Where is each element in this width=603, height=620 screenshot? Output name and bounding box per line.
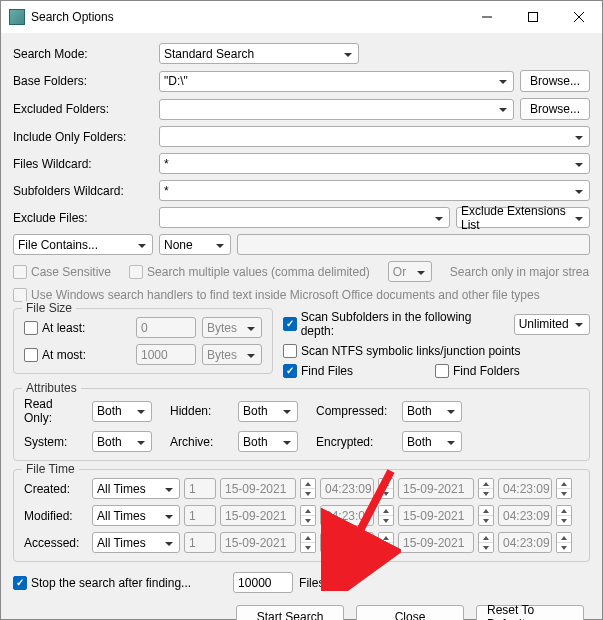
modified-count[interactable]: 1 [184,505,216,526]
excluded-folders-select[interactable] [159,99,514,120]
scan-depth-select[interactable]: Unlimited [514,314,590,335]
maximize-button[interactable] [510,1,556,33]
reset-default-button[interactable]: Reset To Default [476,605,584,620]
label-modified: Modified: [24,509,88,523]
include-only-select[interactable] [159,126,590,147]
file-contains-mode-select[interactable]: None [159,234,231,255]
close-window-button[interactable] [556,1,602,33]
exclude-files-select[interactable] [159,207,450,228]
modified-time2[interactable]: 04:23:09 [498,505,552,526]
label-encrypted: Encrypted: [316,435,394,449]
label-search-mode: Search Mode: [13,47,153,61]
browse-excluded-button[interactable]: Browse... [520,98,590,120]
exclude-extensions-select[interactable]: Exclude Extensions List [456,207,590,228]
accessed-date1-spin[interactable] [300,532,316,553]
file-contains-input[interactable] [237,234,590,255]
file-contains-select[interactable]: File Contains... [13,234,153,255]
label-accessed: Accessed: [24,536,88,550]
subfolders-wildcard-select[interactable]: * [159,180,590,201]
accessed-time2[interactable]: 04:23:09 [498,532,552,553]
accessed-count[interactable]: 1 [184,532,216,553]
created-date2[interactable]: 15-09-2021 [398,478,474,499]
start-search-button[interactable]: Start Search [236,605,344,620]
window-title: Search Options [31,10,464,24]
created-time1[interactable]: 04:23:09 [320,478,374,499]
modified-date1-spin[interactable] [300,505,316,526]
created-count[interactable]: 1 [184,478,216,499]
app-icon [9,9,25,25]
titlebar: Search Options [1,1,602,33]
close-button[interactable]: Close [356,605,464,620]
at-most-unit-select[interactable]: Bytes [202,344,262,365]
modified-date2-spin[interactable] [478,505,494,526]
created-mode-select[interactable]: All Times [92,478,180,499]
file-time-legend: File Time [22,462,79,476]
base-folders-select[interactable]: "D:\" [159,71,514,92]
accessed-date2[interactable]: 15-09-2021 [398,532,474,553]
stop-after-input[interactable]: 10000 [233,572,293,593]
win-handlers-checkbox[interactable]: Use Windows search handlers to find text… [13,288,540,302]
modified-time2-spin[interactable] [556,505,572,526]
accessed-time1[interactable]: 04:23:09 [320,532,374,553]
modified-time1-spin[interactable] [378,505,394,526]
read-only-select[interactable]: Both [92,401,152,422]
find-folders-checkbox[interactable]: Find Folders [435,364,520,378]
accessed-time2-spin[interactable] [556,532,572,553]
label-compressed: Compressed: [316,404,394,418]
label-created: Created: [24,482,88,496]
label-subfolders-wildcard: Subfolders Wildcard: [13,184,153,198]
scan-ntfs-checkbox[interactable]: Scan NTFS symbolic links/junction points [283,344,520,358]
label-system: System: [24,435,84,449]
accessed-mode-select[interactable]: All Times [92,532,180,553]
label-include-only: Include Only Folders: [13,130,153,144]
at-most-checkbox[interactable]: At most: [24,348,86,362]
created-date1[interactable]: 15-09-2021 [220,478,296,499]
scan-subfolders-checkbox[interactable]: Scan Subfolders in the following depth: [283,310,502,338]
created-date2-spin[interactable] [478,478,494,499]
case-sensitive-checkbox[interactable]: Case Sensitive [13,265,111,279]
system-select[interactable]: Both [92,431,152,452]
label-read-only: Read Only: [24,397,84,425]
label-excluded-folders: Excluded Folders: [13,102,153,116]
label-files-wildcard: Files Wildcard: [13,157,153,171]
created-time1-spin[interactable] [378,478,394,499]
svg-rect-0 [529,13,538,22]
accessed-date2-spin[interactable] [478,532,494,553]
created-time2-spin[interactable] [556,478,572,499]
encrypted-select[interactable]: Both [402,431,462,452]
at-most-input[interactable]: 1000 [136,344,196,365]
or-select[interactable]: Or [388,261,432,282]
modified-date1[interactable]: 15-09-2021 [220,505,296,526]
at-least-input[interactable]: 0 [136,317,196,338]
compressed-select[interactable]: Both [402,401,462,422]
search-mode-select[interactable]: Standard Search [159,43,359,64]
created-date1-spin[interactable] [300,478,316,499]
minimize-button[interactable] [464,1,510,33]
attributes-legend: Attributes [22,381,81,395]
stop-after-unit: Files [299,576,324,590]
archive-select[interactable]: Both [238,431,298,452]
find-files-checkbox[interactable]: Find Files [283,364,353,378]
modified-time1[interactable]: 04:23:09 [320,505,374,526]
created-time2[interactable]: 04:23:09 [498,478,552,499]
at-least-unit-select[interactable]: Bytes [202,317,262,338]
label-exclude-files: Exclude Files: [13,211,153,225]
files-wildcard-select[interactable]: * [159,153,590,174]
label-base-folders: Base Folders: [13,74,153,88]
browse-base-button[interactable]: Browse... [520,70,590,92]
label-archive: Archive: [170,435,230,449]
hidden-select[interactable]: Both [238,401,298,422]
multi-values-checkbox[interactable]: Search multiple values (comma delimited) [129,265,370,279]
label-hidden: Hidden: [170,404,230,418]
stop-after-checkbox[interactable]: Stop the search after finding... [13,576,191,590]
file-size-legend: File Size [22,301,76,315]
major-streams-label: Search only in major strea [450,265,590,279]
at-least-checkbox[interactable]: At least: [24,321,85,335]
modified-mode-select[interactable]: All Times [92,505,180,526]
modified-date2[interactable]: 15-09-2021 [398,505,474,526]
accessed-date1[interactable]: 15-09-2021 [220,532,296,553]
accessed-time1-spin[interactable] [378,532,394,553]
